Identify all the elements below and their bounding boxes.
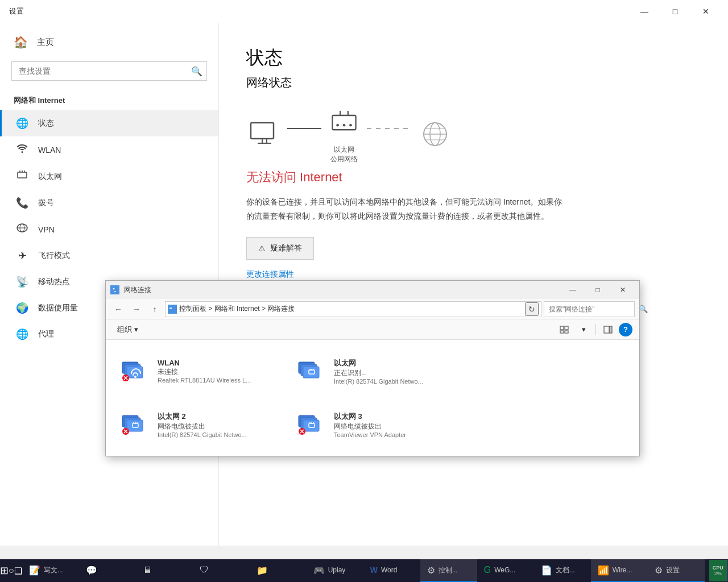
home-label: 主页 bbox=[37, 37, 54, 48]
net-item-ethernet[interactable]: 以太网 正在识别... Intel(R) 82574L Gigabit Netw… bbox=[289, 344, 465, 398]
svg-rect-49 bbox=[127, 420, 143, 431]
svg-rect-7 bbox=[251, 123, 274, 139]
ethernet-icon bbox=[15, 170, 29, 183]
eth-item-name: 以太网 bbox=[334, 358, 458, 368]
wireless-icon: 📶 bbox=[598, 565, 609, 576]
xiewen-label: 写文... bbox=[44, 566, 63, 575]
start-button[interactable]: ⊞ bbox=[0, 559, 9, 582]
svg-rect-30 bbox=[565, 331, 568, 333]
data-icon: 🌍 bbox=[15, 302, 29, 314]
cpu-stat[interactable]: CPU 2% bbox=[709, 560, 727, 581]
sidebar-item-vpn[interactable]: VPN bbox=[0, 216, 218, 243]
taskbar-app-settings[interactable]: ⚙ 设置 bbox=[648, 559, 705, 582]
sidebar-item-airplane[interactable]: ✈ 飞行模式 bbox=[0, 243, 218, 269]
vpn-label: VPN bbox=[38, 225, 55, 234]
forward-button[interactable]: → bbox=[129, 301, 144, 317]
organize-button[interactable]: 组织 ▾ bbox=[113, 322, 143, 337]
network-section-title: 网络状态 bbox=[246, 75, 701, 90]
teamviewer-icon: 🖥 bbox=[143, 565, 152, 575]
net-item-ethernet2[interactable]: 以太网 2 网络电缆被拔出 Intel(R) 82574L Gigabit Ne… bbox=[113, 398, 289, 451]
warning-icon: ⚠ bbox=[258, 244, 266, 253]
docs-label: 文档... bbox=[556, 566, 575, 575]
sidebar-item-dialup[interactable]: 📞 拨号 bbox=[0, 190, 218, 216]
network-diagram: 以太网 公用网络 bbox=[246, 106, 701, 164]
up-button[interactable]: ↑ bbox=[147, 301, 163, 317]
search-input[interactable] bbox=[11, 61, 207, 81]
sidebar-item-status[interactable]: 🌐 状态 bbox=[0, 110, 218, 136]
minimize-button[interactable]: — bbox=[631, 3, 657, 20]
settings-label: 设置 bbox=[666, 566, 680, 575]
eth3-item-name: 以太网 3 bbox=[334, 411, 458, 422]
wlan-label: WLAN bbox=[38, 146, 61, 155]
sidebar-home[interactable]: 🏠 主页 bbox=[0, 28, 218, 56]
address-bar-container: ↻ bbox=[165, 301, 541, 317]
view-separator bbox=[595, 324, 596, 335]
taskbar-app-wechat[interactable]: 💬 bbox=[79, 559, 136, 582]
explorer-title-icon bbox=[110, 285, 119, 294]
address-bar-input[interactable] bbox=[179, 305, 523, 313]
airplane-label: 飞行模式 bbox=[38, 251, 70, 261]
taskbar-app-uplay[interactable]: 🎮 Uplay bbox=[307, 559, 363, 582]
search-icon: 🔍 bbox=[191, 66, 202, 77]
troubleshoot-button[interactable]: ⚠ 疑难解答 bbox=[246, 237, 314, 260]
explorer-search-input[interactable] bbox=[544, 305, 639, 313]
hotspot-icon: 📡 bbox=[15, 276, 29, 288]
eth3-item-info: 以太网 3 网络电缆被拔出 TeamViewer VPN Adapter bbox=[334, 411, 458, 438]
wegame-label: WeG... bbox=[494, 566, 515, 574]
status-icon: 🌐 bbox=[15, 117, 29, 130]
net-item-wlan[interactable]: WLAN 未连接 Realtek RTL8811AU Wireless L... bbox=[113, 344, 289, 398]
back-button[interactable]: ← bbox=[110, 301, 126, 317]
eth2-item-info: 以太网 2 网络电缆被拔出 Intel(R) 82574L Gigabit Ne… bbox=[158, 411, 282, 438]
view-layout-btn[interactable] bbox=[556, 322, 573, 338]
preview-pane-btn[interactable] bbox=[599, 322, 617, 338]
taskbar-app-wegame[interactable]: G WeG... bbox=[477, 559, 534, 582]
svg-point-36 bbox=[134, 376, 136, 378]
taskbar-app-docs[interactable]: 📄 文档... bbox=[534, 559, 591, 582]
status-label: 状态 bbox=[38, 118, 54, 128]
control-icon: ⚙ bbox=[427, 565, 435, 576]
no-internet-title: 无法访问 Internet bbox=[246, 169, 701, 186]
taskbar-app-xiewen[interactable]: 📝 写文... bbox=[22, 559, 79, 582]
explorer-maximize-btn[interactable]: □ bbox=[586, 282, 610, 298]
explorer-close-btn[interactable]: ✕ bbox=[611, 282, 635, 298]
close-button[interactable]: ✕ bbox=[693, 3, 719, 20]
sidebar-item-ethernet[interactable]: 以太网 bbox=[0, 163, 218, 190]
xiewen-icon: 📝 bbox=[29, 565, 40, 576]
explorer-toolbar: ← → ↑ ↻ 🔍 bbox=[106, 299, 639, 319]
search-button[interactable]: ○ bbox=[9, 559, 14, 582]
view-controls: ▾ ? bbox=[556, 322, 632, 338]
change-connection-link[interactable]: 更改连接属性 bbox=[246, 269, 294, 278]
cpu-value: 2% bbox=[714, 571, 722, 576]
svg-rect-28 bbox=[565, 326, 568, 330]
taskbar-app-teamviewer[interactable]: 🖥 bbox=[136, 559, 193, 582]
view-details-btn[interactable]: ▾ bbox=[575, 322, 592, 338]
wireless-label: Wire... bbox=[613, 566, 632, 574]
taskbar-app-explorer[interactable]: 📁 bbox=[250, 559, 307, 582]
wlan-item-adapter: Realtek RTL8811AU Wireless L... bbox=[158, 377, 282, 384]
eth-item-info: 以太网 正在识别... Intel(R) 82574L Gigabit Netw… bbox=[334, 358, 458, 385]
solid-connector bbox=[287, 128, 321, 129]
help-button[interactable]: ? bbox=[619, 323, 632, 336]
wlan-item-name: WLAN bbox=[158, 359, 282, 367]
taskbar-app-control[interactable]: ⚙ 控制... bbox=[420, 559, 477, 582]
window-controls: — □ ✕ bbox=[631, 3, 719, 20]
taskbar-app-wireless[interactable]: 📶 Wire... bbox=[591, 559, 648, 582]
explorer-search-button[interactable]: 🔍 bbox=[639, 301, 648, 317]
title-bar: 设置 — □ ✕ bbox=[0, 0, 728, 23]
eth-item-status: 正在识别... bbox=[334, 368, 458, 378]
maximize-button[interactable]: □ bbox=[662, 3, 688, 20]
command-bar: 组织 ▾ ▾ ? bbox=[106, 319, 639, 340]
search-box: 🔍 bbox=[11, 61, 207, 81]
vpn-icon bbox=[15, 223, 29, 236]
net-item-ethernet3[interactable]: 以太网 3 网络电缆被拔出 TeamViewer VPN Adapter bbox=[289, 398, 465, 451]
svg-rect-59 bbox=[303, 420, 319, 431]
svg-rect-31 bbox=[604, 326, 609, 333]
proxy-icon: 🌐 bbox=[15, 328, 29, 340]
refresh-button[interactable]: ↻ bbox=[525, 302, 539, 316]
taskbar-app-word[interactable]: W Word bbox=[363, 559, 420, 582]
word-label: Word bbox=[381, 566, 397, 574]
explorer-minimize-btn[interactable]: — bbox=[561, 282, 585, 298]
sidebar-item-wlan[interactable]: WLAN bbox=[0, 136, 218, 163]
taskbar-app-firewall[interactable]: 🛡 bbox=[193, 559, 250, 582]
task-view-button[interactable]: ❑ bbox=[14, 559, 22, 582]
